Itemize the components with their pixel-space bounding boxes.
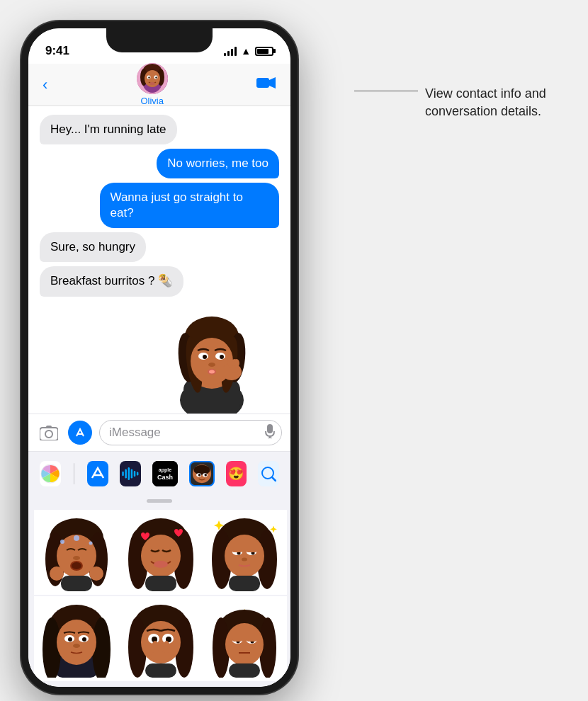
svg-rect-45 [122, 471, 123, 476]
camera-button[interactable] [37, 421, 61, 445]
photos-strip-icon[interactable] [40, 461, 61, 486]
svg-rect-46 [125, 469, 126, 478]
nav-header: ‹ [28, 64, 290, 106]
svg-point-71 [60, 540, 64, 544]
sticker-cell-3[interactable] [202, 510, 287, 595]
svg-point-10 [155, 76, 157, 78]
svg-point-104 [68, 637, 72, 642]
appcash-strip-icon[interactable]: apple Cash [152, 461, 178, 486]
wifi-icon: ▲ [241, 45, 251, 57]
svg-point-129 [225, 623, 264, 666]
svg-point-58 [198, 474, 200, 477]
appstore-button[interactable] [68, 421, 92, 445]
sticker-cell-2[interactable] [118, 510, 203, 595]
message-received-1: Hey... I'm running late [40, 115, 177, 144]
svg-rect-80 [145, 576, 176, 591]
svg-rect-47 [128, 467, 130, 479]
app-strip: apple Cash [28, 451, 290, 495]
side-button-right[interactable] [296, 156, 298, 212]
drag-handle-area [28, 495, 290, 507]
svg-text:apple: apple [159, 467, 171, 473]
memoji-message [152, 301, 272, 414]
svg-rect-137 [229, 663, 260, 678]
svg-point-68 [72, 562, 81, 569]
svg-rect-92 [232, 549, 242, 552]
svg-point-105 [82, 637, 86, 642]
svg-point-27 [220, 355, 224, 359]
svg-rect-48 [131, 469, 132, 478]
svg-point-9 [148, 76, 149, 78]
message-input-wrapper: iMessage [99, 420, 282, 445]
side-button-left-top[interactable] [21, 127, 23, 156]
svg-point-34 [234, 359, 239, 367]
svg-point-55 [193, 465, 210, 474]
svg-point-11 [149, 82, 155, 85]
svg-point-87 [225, 535, 264, 577]
globe-strip-icon[interactable] [258, 461, 279, 486]
svg-point-106 [73, 644, 80, 648]
svg-point-28 [208, 363, 215, 367]
message-input-field[interactable] [99, 420, 282, 445]
volume-up-button[interactable] [21, 170, 23, 212]
appstore-strip-icon[interactable] [87, 461, 108, 486]
signal-bars [224, 46, 237, 56]
svg-marker-82 [270, 526, 277, 533]
sticker-grid: ★ [28, 507, 290, 687]
svg-point-78 [141, 535, 181, 577]
status-icons: ▲ [224, 45, 273, 57]
sticker-cell-6[interactable]: ★ [202, 596, 287, 681]
svg-point-101 [57, 620, 96, 665]
contact-name: Olivia [140, 96, 164, 106]
stickers-strip-icon[interactable]: 😍 [226, 461, 247, 486]
svg-point-73 [89, 542, 93, 545]
message-sent-1: No worries, me too [157, 149, 279, 178]
messages-area: Hey... I'm running late No worries, me t… [28, 106, 290, 414]
svg-point-66 [73, 556, 80, 560]
sticker-cell-5[interactable] [118, 596, 203, 681]
svg-point-59 [204, 474, 207, 477]
svg-marker-13 [269, 77, 276, 89]
svg-rect-39 [267, 424, 273, 433]
screen: 9:41 ▲ ‹ [28, 28, 290, 687]
svg-rect-121 [145, 663, 176, 678]
callout-line [354, 91, 418, 91]
svg-rect-49 [134, 470, 135, 476]
svg-rect-135 [247, 638, 256, 642]
svg-rect-50 [137, 472, 138, 475]
back-button[interactable]: ‹ [43, 76, 47, 94]
audio-strip-icon[interactable] [120, 461, 141, 486]
svg-point-94 [242, 558, 247, 562]
svg-point-26 [203, 355, 207, 359]
svg-rect-95 [229, 576, 260, 591]
svg-point-69 [50, 566, 64, 581]
battery-fill [257, 49, 268, 54]
sticker-cell-4[interactable] [34, 596, 119, 681]
contact-info-button[interactable]: Olivia [137, 63, 168, 106]
status-time: 9:41 [45, 44, 69, 58]
volume-down-button[interactable] [21, 223, 23, 266]
callout-annotation: View contact info and conversation detai… [425, 85, 567, 120]
memoji-strip-icon[interactable] [189, 461, 215, 486]
sticker-cell-1[interactable] [34, 510, 119, 595]
svg-rect-93 [247, 549, 256, 552]
svg-point-30 [209, 370, 215, 373]
svg-rect-134 [232, 638, 242, 642]
strip-divider [74, 463, 75, 484]
svg-point-79 [154, 561, 168, 568]
input-area: iMessage [28, 414, 290, 451]
video-call-button[interactable] [256, 76, 276, 94]
notch [106, 28, 213, 52]
svg-rect-74 [61, 576, 92, 591]
mic-button[interactable] [265, 424, 275, 441]
svg-point-36 [45, 431, 52, 438]
svg-text:Cash: Cash [157, 474, 173, 481]
svg-rect-37 [46, 426, 52, 428]
contact-avatar [137, 63, 168, 94]
svg-rect-35 [40, 428, 58, 440]
drag-handle [147, 499, 172, 503]
svg-point-33 [227, 359, 233, 367]
svg-point-72 [74, 535, 79, 541]
message-received-3: Breakfast burritos ? 🌯 [40, 266, 183, 296]
phone-frame: 9:41 ▲ ‹ [21, 21, 298, 694]
svg-rect-12 [256, 78, 269, 88]
